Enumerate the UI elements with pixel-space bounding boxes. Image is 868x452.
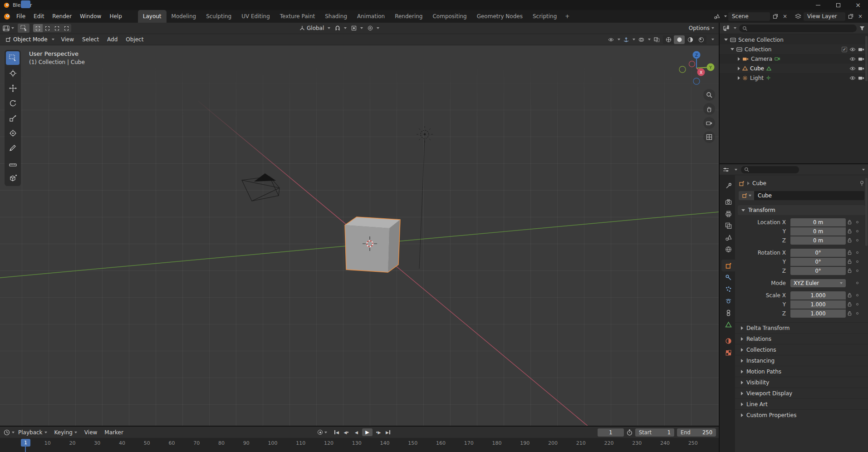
chevron-down-icon[interactable] (734, 27, 736, 29)
tool-transform-button[interactable] (6, 126, 20, 140)
rotation-mode-dropdown[interactable]: XYZ Euler (790, 279, 846, 287)
stopwatch-icon[interactable] (627, 429, 633, 436)
outliner-row-collection[interactable]: Collection ✓ (720, 44, 868, 54)
jump-to-end-button[interactable]: ▶ (384, 428, 392, 436)
disable-in-renders-camera-icon[interactable] (858, 57, 864, 61)
scene-icon[interactable] (713, 12, 721, 20)
gizmo-axis-y-negative[interactable] (679, 66, 686, 73)
select-mode-subtract-icon[interactable] (52, 24, 62, 32)
unlink-scene-icon[interactable]: × (781, 12, 789, 20)
current-frame-line[interactable] (25, 447, 26, 452)
previous-keyframe-button[interactable]: ◀ (342, 428, 351, 436)
scale-y-field[interactable]: 1.000 (790, 300, 846, 309)
scale-z-field[interactable]: 1.000 (790, 310, 846, 318)
menu-view[interactable]: View (57, 34, 78, 45)
animate-dot-icon[interactable] (853, 312, 861, 314)
menu-timeline-view[interactable]: View (81, 429, 101, 436)
view-layer-icon[interactable] (794, 12, 802, 20)
lock-icon[interactable] (846, 293, 853, 298)
menu-add[interactable]: Add (103, 34, 122, 45)
animate-dot-icon[interactable] (853, 260, 861, 263)
expand-icon[interactable] (731, 48, 734, 50)
outliner-row-cube[interactable]: Cube (720, 64, 868, 73)
current-frame-marker[interactable]: 1 (21, 439, 30, 447)
tool-select-box-button[interactable] (6, 51, 20, 65)
properties-tab-output[interactable] (721, 208, 735, 220)
workspace-tab-scripting[interactable]: Scripting (528, 10, 562, 23)
outliner-row-camera[interactable]: Camera (720, 54, 868, 64)
lock-icon[interactable] (846, 259, 853, 264)
outliner-row-scene-collection[interactable]: Scene Collection (720, 35, 868, 44)
disable-in-renders-camera-icon[interactable] (858, 76, 864, 80)
select-mode-intersect-icon[interactable] (62, 24, 71, 32)
gizmo-axis-z-negative[interactable] (693, 78, 700, 84)
animate-dot-icon[interactable] (853, 303, 861, 305)
properties-tab-physics[interactable] (721, 295, 735, 307)
menu-window[interactable]: Window (76, 10, 105, 22)
workspace-tab-compositing[interactable]: Compositing (427, 10, 471, 23)
tool-rotate-button[interactable] (6, 96, 20, 110)
hide-in-viewport-eye-icon[interactable] (849, 57, 856, 61)
pan-button[interactable] (703, 103, 715, 115)
new-view-layer-icon[interactable] (847, 12, 855, 20)
properties-scrollbar[interactable] (865, 178, 868, 246)
animate-dot-icon[interactable] (853, 251, 861, 254)
lock-icon[interactable] (846, 220, 853, 225)
lock-icon[interactable] (846, 302, 853, 307)
add-workspace-button[interactable]: + (562, 10, 573, 23)
properties-tab-material[interactable] (721, 335, 735, 347)
properties-tab-tool[interactable] (721, 180, 735, 192)
tool-annotate-button[interactable] (6, 141, 20, 155)
filter-icon[interactable] (859, 26, 865, 31)
tool-cursor-button[interactable] (6, 66, 20, 80)
current-frame-marker[interactable] (21, 0, 30, 8)
rotation-z-field[interactable]: 0° (790, 267, 846, 275)
options-dropdown[interactable]: Options (689, 23, 714, 34)
play-button[interactable]: ▶ (362, 428, 373, 436)
minimize-button[interactable] (808, 0, 828, 10)
properties-tab-particles[interactable] (721, 283, 735, 295)
select-mode-extend-icon[interactable] (43, 24, 52, 32)
lock-icon[interactable] (846, 229, 853, 234)
snap-target-dropdown[interactable] (351, 25, 363, 31)
menu-select[interactable]: Select (78, 34, 103, 45)
start-frame-field[interactable]: Start 1 (635, 428, 674, 437)
properties-tab-world[interactable] (721, 243, 735, 255)
maximize-button[interactable] (828, 0, 848, 10)
menu-edit[interactable]: Edit (29, 10, 48, 22)
properties-tab-object-data[interactable] (721, 319, 735, 330)
outliner-row-light[interactable]: Light (720, 73, 868, 83)
animate-dot-icon[interactable] (853, 270, 861, 272)
object-type-selector[interactable] (739, 191, 754, 200)
disable-in-renders-camera-icon[interactable] (858, 66, 864, 71)
breadcrumb-object-name[interactable]: Cube (752, 180, 766, 187)
close-button[interactable]: × (848, 0, 868, 10)
app-menu-blender-logo-icon[interactable] (4, 13, 10, 20)
shading-options-chevron-icon[interactable] (711, 39, 714, 40)
scene-name-field[interactable]: Scene (728, 12, 770, 21)
view-layer-name-field[interactable]: View Layer (804, 12, 845, 21)
collection-label[interactable]: Collection (745, 46, 771, 53)
properties-tab-scene[interactable] (721, 231, 735, 243)
expand-icon[interactable] (738, 57, 740, 61)
tool-measure-button[interactable] (6, 156, 20, 170)
navigation-gizmo[interactable]: Z Y X (677, 49, 716, 87)
jump-to-start-button[interactable]: ◀ (332, 428, 341, 436)
menu-render[interactable]: Render (48, 10, 76, 22)
properties-section-header[interactable]: Motion Paths (735, 366, 868, 377)
object-label[interactable]: Cube (750, 65, 764, 72)
lock-icon[interactable] (846, 250, 853, 255)
shading-rendered-icon[interactable] (696, 35, 706, 44)
expand-icon[interactable] (724, 39, 728, 41)
object-visibility-dropdown[interactable] (608, 37, 620, 42)
camera-object[interactable] (242, 173, 280, 201)
properties-section-header[interactable]: Line Art (735, 398, 868, 409)
location-z-field[interactable]: 0 m (790, 236, 846, 245)
lock-icon[interactable] (846, 238, 853, 243)
tool-add-cube-button[interactable] (6, 171, 20, 185)
properties-tab-modifiers[interactable] (721, 271, 735, 283)
animate-dot-icon[interactable] (853, 239, 861, 241)
workspace-tab-layout[interactable]: Layout (138, 10, 167, 23)
disable-in-renders-camera-icon[interactable] (858, 47, 864, 52)
workspace-tab-animation[interactable]: Animation (352, 10, 390, 23)
